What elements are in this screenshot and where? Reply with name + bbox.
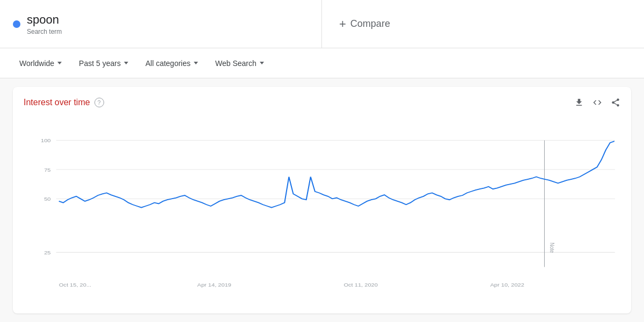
- search-term-section: spoon Search term: [0, 0, 322, 48]
- categories-filter[interactable]: All categories: [139, 56, 204, 71]
- chart-header: Interest over time ?: [24, 98, 620, 107]
- search-term-label: Search term: [27, 28, 62, 35]
- time-range-label: Past 5 years: [79, 59, 121, 68]
- compare-label: Compare: [350, 18, 390, 30]
- chart-card: Interest over time ?: [13, 87, 631, 313]
- download-icon[interactable]: [574, 98, 584, 107]
- chart-title-area: Interest over time ?: [24, 98, 104, 107]
- chart-area: 100 75 50 25 Oct 15, 20... Apr 14, 2019 …: [24, 116, 620, 296]
- svg-text:100: 100: [41, 137, 51, 143]
- categories-label: All categories: [145, 59, 191, 68]
- svg-text:Apr 14, 2019: Apr 14, 2019: [197, 281, 231, 287]
- svg-text:Oct 15, 20...: Oct 15, 20...: [59, 281, 91, 287]
- time-range-filter[interactable]: Past 5 years: [72, 56, 135, 71]
- search-term-name: spoon: [27, 13, 62, 27]
- share-icon[interactable]: [611, 98, 620, 107]
- compare-plus-icon: +: [339, 17, 346, 31]
- search-type-chevron-icon: [260, 62, 264, 64]
- svg-text:Apr 10, 2022: Apr 10, 2022: [490, 281, 524, 287]
- compare-section: + Compare: [322, 0, 644, 48]
- svg-text:25: 25: [44, 249, 50, 255]
- svg-text:Note: Note: [548, 243, 555, 253]
- worldwide-chevron-icon: [57, 62, 62, 64]
- search-type-label: Web Search: [215, 59, 257, 68]
- search-term-dot: [13, 20, 20, 28]
- compare-button[interactable]: + Compare: [339, 17, 390, 31]
- svg-text:50: 50: [44, 196, 50, 202]
- chart-actions: [574, 98, 620, 107]
- help-icon[interactable]: ?: [94, 98, 104, 107]
- worldwide-filter[interactable]: Worldwide: [13, 56, 68, 71]
- chart-title: Interest over time: [24, 98, 90, 107]
- embed-icon[interactable]: [592, 98, 602, 107]
- search-type-filter[interactable]: Web Search: [209, 56, 270, 71]
- svg-text:75: 75: [44, 166, 50, 172]
- worldwide-label: Worldwide: [19, 59, 54, 68]
- svg-text:Oct 11, 2020: Oct 11, 2020: [343, 281, 378, 287]
- main-content: Interest over time ?: [0, 78, 644, 322]
- time-range-chevron-icon: [124, 62, 128, 64]
- filters-bar: Worldwide Past 5 years All categories We…: [0, 48, 644, 78]
- categories-chevron-icon: [194, 62, 198, 64]
- trend-chart: 100 75 50 25 Oct 15, 20... Apr 14, 2019 …: [24, 116, 620, 296]
